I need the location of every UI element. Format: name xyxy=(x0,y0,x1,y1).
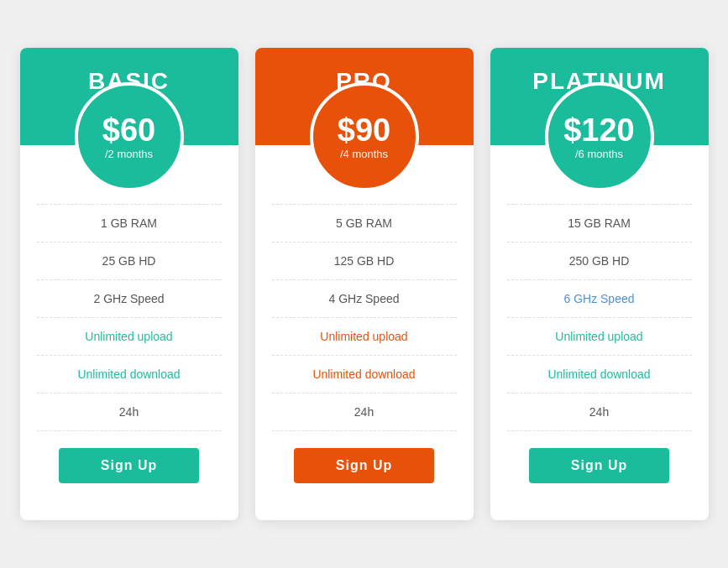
card-features-platinum: 15 GB RAM250 GB HD6 GHz SpeedUnlimited u… xyxy=(490,145,709,520)
card-header-pro: PRO$90/4 months xyxy=(255,48,474,145)
feature-item-basic-3: Unlimited upload xyxy=(37,318,222,356)
signup-button-pro[interactable]: Sign Up xyxy=(294,448,434,483)
feature-item-basic-2: 2 GHz Speed xyxy=(37,280,222,318)
card-header-platinum: PLATINUM$120/6 months xyxy=(490,48,709,145)
feature-item-basic-4: Unlimited download xyxy=(37,356,222,393)
card-header-basic: BASIC$60/2 months xyxy=(20,48,238,145)
price-amount-platinum: $120 xyxy=(563,114,635,146)
pricing-card-basic: BASIC$60/2 months1 GB RAM25 GB HD2 GHz S… xyxy=(20,48,238,520)
feature-item-basic-5: 24h xyxy=(37,393,222,431)
card-features-basic: 1 GB RAM25 GB HD2 GHz SpeedUnlimited upl… xyxy=(20,145,238,520)
feature-item-pro-5: 24h xyxy=(272,393,457,431)
price-amount-pro: $90 xyxy=(338,114,390,146)
pricing-card-platinum: PLATINUM$120/6 months15 GB RAM250 GB HD6… xyxy=(490,48,709,520)
signup-button-basic[interactable]: Sign Up xyxy=(59,448,199,483)
feature-item-platinum-1: 250 GB HD xyxy=(507,242,692,280)
feature-item-platinum-4: Unlimited download xyxy=(507,356,692,393)
feature-item-platinum-0: 15 GB RAM xyxy=(507,204,692,242)
pricing-container: BASIC$60/2 months1 GB RAM25 GB HD2 GHz S… xyxy=(0,23,728,545)
feature-item-basic-1: 25 GB HD xyxy=(37,242,222,280)
feature-item-pro-0: 5 GB RAM xyxy=(272,204,457,242)
feature-item-platinum-3: Unlimited upload xyxy=(507,318,692,356)
signup-button-platinum[interactable]: Sign Up xyxy=(529,448,669,483)
feature-item-basic-0: 1 GB RAM xyxy=(37,204,222,242)
price-period-platinum: /6 months xyxy=(575,148,623,160)
price-circle-platinum: $120/6 months xyxy=(545,82,654,191)
feature-item-pro-1: 125 GB HD xyxy=(272,242,457,280)
price-amount-basic: $60 xyxy=(102,114,155,146)
price-period-pro: /4 months xyxy=(340,148,388,160)
price-circle-pro: $90/4 months xyxy=(310,82,419,191)
price-period-basic: /2 months xyxy=(105,148,153,160)
card-features-pro: 5 GB RAM125 GB HD4 GHz SpeedUnlimited up… xyxy=(255,145,474,520)
feature-item-pro-4: Unlimited download xyxy=(272,356,457,393)
price-circle-basic: $60/2 months xyxy=(75,82,184,191)
feature-item-platinum-5: 24h xyxy=(507,393,692,431)
feature-item-platinum-2: 6 GHz Speed xyxy=(507,280,692,318)
feature-item-pro-2: 4 GHz Speed xyxy=(272,280,457,318)
pricing-card-pro: PRO$90/4 months5 GB RAM125 GB HD4 GHz Sp… xyxy=(255,48,474,520)
feature-item-pro-3: Unlimited upload xyxy=(272,318,457,356)
